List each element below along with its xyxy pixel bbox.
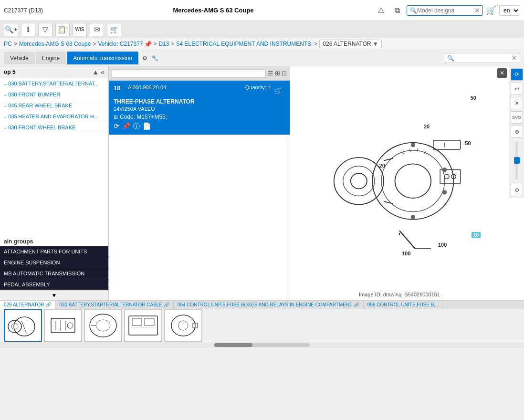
model-name: Mercedes-AMG S 63 Coupe bbox=[52, 7, 374, 14]
dropdown-arrow: ▼ bbox=[373, 41, 378, 47]
filmstrip-tab-058[interactable]: 058 CONTROL UNITS,FUSE B... bbox=[364, 301, 442, 309]
sidebar-group-mb-auto[interactable]: MB AUTOMATIC TRANSMISSION bbox=[0, 268, 108, 279]
sidebar-group-pedal[interactable]: PEDAL ASSEMBLY bbox=[0, 279, 108, 290]
sidebar-item-heater[interactable]: – 035 HEATER AND EVAPORATOR H... bbox=[0, 111, 108, 122]
diagram-close-btn[interactable]: ✕ bbox=[497, 68, 507, 78]
sidebar-item-rear-wheel[interactable]: – 045 REAR WHEEL BRAKE bbox=[0, 100, 108, 111]
svg-text:20: 20 bbox=[379, 163, 385, 168]
svg-point-4 bbox=[343, 166, 375, 196]
pin-icon[interactable]: 📌 bbox=[122, 122, 130, 131]
sidebar-scroll-down[interactable]: ▼ bbox=[0, 290, 108, 300]
svg-point-40 bbox=[67, 323, 73, 328]
toolbar: 🔍+ ℹ ▽ 📋! WIS ✉ 🛒 bbox=[0, 21, 524, 38]
alternator-dropdown[interactable]: 026 ALTERNATOR ▼ bbox=[319, 40, 381, 48]
refresh-icon[interactable]: ⟳ bbox=[114, 122, 119, 131]
sidebar-item-front-wheel[interactable]: – 030 FRONT WHEEL BRAKE bbox=[0, 122, 108, 133]
breadcrumb-d13[interactable]: D13 bbox=[159, 41, 169, 47]
part-quantity: Quantity: 1 bbox=[245, 84, 271, 90]
diagram-close-tool-btn[interactable]: ✕ bbox=[511, 97, 523, 109]
diagram-refresh-btn[interactable]: ⟳ bbox=[511, 68, 523, 81]
wis-btn[interactable]: WIS bbox=[73, 23, 87, 36]
tab-search-clear[interactable]: ✕ bbox=[512, 54, 517, 62]
svg-point-49 bbox=[178, 321, 188, 330]
label-20: 20 bbox=[424, 124, 430, 129]
sidebar: op 5 ▲ « – 030 BATTERY,STARTER/ALTERNAT.… bbox=[0, 66, 109, 300]
document-alert-btn[interactable]: 📋! bbox=[55, 23, 70, 36]
cart-toolbar-btn[interactable]: 🛒 bbox=[107, 23, 121, 36]
diagram-zoom-in-btn[interactable]: ⊕ bbox=[511, 126, 523, 138]
tabs-bar: Vehicle Engine Automatic transmission ⚙ … bbox=[0, 50, 524, 66]
tab-wrench-icon[interactable]: 🔧 bbox=[151, 55, 158, 62]
filmstrip-thumb-2[interactable] bbox=[44, 309, 82, 342]
thumb-3-svg bbox=[86, 311, 120, 340]
model-search-box: 🔍 ✕ bbox=[407, 5, 483, 16]
sidebar-header-btns: ▲ « bbox=[92, 68, 105, 76]
diagram-svg-btn[interactable]: SVG bbox=[511, 111, 523, 124]
tab-vehicle[interactable]: Vehicle bbox=[4, 52, 35, 64]
vehicle-pin-icon[interactable]: 📌 bbox=[144, 41, 152, 48]
svg-line-35 bbox=[21, 321, 26, 333]
sidebar-group-attachment[interactable]: ATTACHMENT PARTS FOR UNITS bbox=[0, 246, 108, 257]
filmstrip-scroll-bar[interactable] bbox=[0, 342, 524, 348]
copy-icon-btn[interactable]: ⧉ bbox=[390, 4, 404, 17]
filmstrip-tabs: 026 ALTERNATOR 🔗 030 BATTERY,STARTER/ALT… bbox=[0, 301, 524, 309]
svg-point-0 bbox=[372, 143, 453, 220]
model-search-input[interactable] bbox=[417, 7, 474, 14]
list-view-icon[interactable]: ☰ bbox=[268, 70, 273, 77]
filmstrip-tab-054[interactable]: 054 CONTROL UNITS,FUSE BOXES AND RELAYS … bbox=[174, 301, 364, 309]
part-code: A 000 906 20 04 bbox=[128, 84, 242, 90]
sidebar-collapse-btn[interactable]: ▲ bbox=[92, 68, 99, 76]
search-clear-btn[interactable]: ✕ bbox=[474, 7, 480, 14]
grid-code-icon: ⊞ bbox=[114, 114, 118, 120]
filmstrip-scroll-track bbox=[214, 343, 310, 347]
filter-btn[interactable]: ▽ bbox=[38, 23, 52, 36]
sidebar-item-front-bumper[interactable]: – 030 FRONT BUMPER bbox=[0, 89, 108, 100]
doc-icon[interactable]: 📄 bbox=[143, 122, 151, 131]
parts-item-1[interactable]: 10 A 000 906 20 04 Quantity: 1 🛒 THREE-P… bbox=[109, 81, 290, 135]
filmstrip-thumb-3[interactable] bbox=[84, 309, 122, 342]
thumb-2-svg bbox=[46, 311, 80, 340]
breadcrumb-electrical[interactable]: 54 ELECTRICAL EQUIPMENT AND INSTRUMENTS bbox=[177, 41, 312, 47]
filmstrip-thumb-1[interactable] bbox=[4, 309, 42, 342]
diagram-history-btn[interactable]: ↩ bbox=[511, 83, 523, 95]
cart-button[interactable]: 🛒+ bbox=[486, 5, 496, 16]
zoom-in-btn[interactable]: 🔍+ bbox=[4, 23, 18, 36]
sidebar-group-engine-suspension[interactable]: ENGINE SUSPENSION bbox=[0, 257, 108, 268]
breadcrumb-pc[interactable]: PC bbox=[4, 41, 12, 47]
filmstrip-tab-030[interactable]: 030 BATTERY,STARTER/ALTERNATOR CABLE 🔗 bbox=[55, 301, 174, 309]
info-icon[interactable]: ⓘ bbox=[133, 122, 140, 131]
svg-line-7 bbox=[384, 158, 393, 161]
filmstrip-thumb-4[interactable] bbox=[124, 309, 162, 342]
svg-rect-36 bbox=[51, 318, 75, 333]
grid-view-icon[interactable]: ⊞ bbox=[275, 70, 280, 77]
sidebar-nav-left-btn[interactable]: « bbox=[101, 68, 105, 76]
diagram-slider-thumb bbox=[514, 157, 520, 164]
warning-icon-btn[interactable]: ⚠ bbox=[374, 4, 388, 17]
label-50: 50 bbox=[471, 95, 476, 101]
svg-point-48 bbox=[171, 315, 195, 336]
svg-rect-46 bbox=[145, 318, 154, 326]
filmstrip-tab-026[interactable]: 026 ALTERNATOR 🔗 bbox=[0, 301, 55, 309]
tab-engine[interactable]: Engine bbox=[36, 52, 66, 64]
tab-automatic-transmission[interactable]: Automatic transmission bbox=[67, 52, 138, 64]
diagram-zoom-slider[interactable] bbox=[515, 142, 518, 180]
svg-text:50: 50 bbox=[465, 140, 471, 146]
sidebar-recent-list: – 030 BATTERY,STARTER/ALTERNAT... – 030 … bbox=[0, 78, 108, 235]
diagram-zoom-out-btn[interactable]: ⊖ bbox=[511, 184, 523, 196]
filmstrip-thumb-5[interactable] bbox=[164, 309, 202, 342]
language-select[interactable]: en de fr bbox=[499, 5, 520, 16]
svg-line-8 bbox=[384, 201, 393, 204]
expand-icon[interactable]: ⊡ bbox=[282, 70, 287, 77]
mail-btn[interactable]: ✉ bbox=[90, 23, 104, 36]
parts-search-input[interactable] bbox=[112, 69, 266, 78]
breadcrumb-model[interactable]: Mercedes-AMG S 63 Coupe bbox=[19, 41, 91, 47]
info-btn[interactable]: ℹ bbox=[21, 23, 35, 36]
vehicle-id: C217377 (D13) bbox=[4, 7, 43, 14]
add-to-cart-btn[interactable]: 🛒 bbox=[271, 84, 285, 97]
breadcrumb-vehicle[interactable]: Vehicle: C217377 bbox=[98, 41, 143, 47]
sidebar-item-battery[interactable]: – 030 BATTERY,STARTER/ALTERNAT... bbox=[0, 78, 108, 89]
sidebar-header: op 5 ▲ « bbox=[0, 66, 108, 78]
part-name: THREE-PHASE ALTERNATOR bbox=[114, 98, 285, 105]
tab-search-input[interactable] bbox=[454, 55, 512, 61]
tab-gear-icon[interactable]: ⚙ bbox=[142, 55, 147, 62]
